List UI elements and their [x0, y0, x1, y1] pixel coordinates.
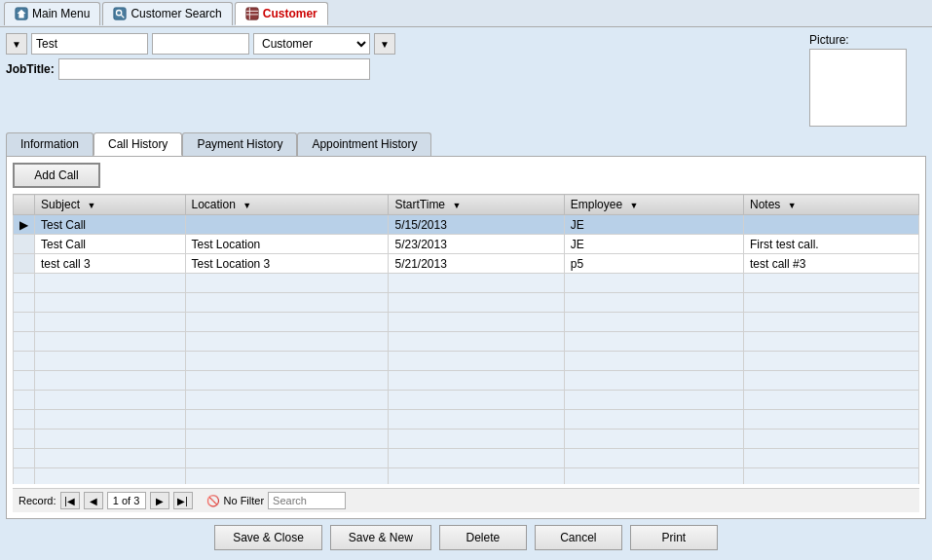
cell-empty [35, 410, 186, 429]
tab-customer-search-label: Customer Search [130, 7, 221, 20]
cell-empty [35, 429, 186, 449]
svg-rect-4 [246, 7, 258, 19]
nav-prev-btn[interactable]: ◀ [84, 492, 103, 509]
record-current-input[interactable] [107, 492, 146, 509]
tab-information[interactable]: Information [6, 132, 93, 156]
col-starttime[interactable]: StartTime ▼ [389, 195, 564, 215]
cell-empty [389, 468, 564, 485]
cell-empty [564, 293, 743, 313]
save-new-button[interactable]: Save & New [330, 525, 431, 550]
tab-content-area: Add Call Subject ▼ Location ▼ [6, 156, 926, 519]
tab-payment-history-label: Payment History [197, 137, 282, 151]
jobtitle-input[interactable] [58, 58, 370, 80]
col-notes[interactable]: Notes ▼ [744, 195, 919, 215]
tab-call-history[interactable]: Call History [93, 132, 182, 156]
table-icon [245, 7, 259, 20]
table-row-empty [14, 429, 919, 449]
tab-customer[interactable]: Customer [235, 2, 328, 25]
tab-main-menu[interactable]: Main Menu [4, 2, 100, 25]
call-history-table: Subject ▼ Location ▼ StartTime ▼ Emplo [13, 194, 919, 484]
col-employee[interactable]: Employee ▼ [564, 195, 743, 215]
cell-empty [744, 332, 919, 352]
first-dropdown-btn[interactable]: ▼ [6, 33, 27, 55]
row-indicator [14, 254, 35, 274]
content-tabs: Information Call History Payment History… [6, 132, 926, 156]
cell-empty [35, 391, 186, 410]
cell-empty [389, 449, 564, 468]
cell-location: Test Location [185, 235, 389, 254]
middle-name-input[interactable] [152, 33, 249, 55]
last-name-select[interactable]: Customer [253, 33, 370, 55]
table-row[interactable]: Test CallTest Location5/23/2013JEFirst t… [14, 235, 919, 254]
cell-empty [185, 371, 389, 391]
cell-empty [744, 371, 919, 391]
table-row-empty [14, 313, 919, 332]
add-call-button[interactable]: Add Call [13, 163, 100, 188]
tab-appointment-history[interactable]: Appointment History [297, 132, 431, 156]
last-dropdown-btn[interactable]: ▼ [374, 33, 395, 55]
sort-arrow-subject: ▼ [87, 201, 95, 210]
cell-subject: test call 3 [35, 254, 186, 274]
nav-next-btn[interactable]: ▶ [150, 492, 169, 509]
cell-starttime: 5/21/2013 [389, 254, 564, 274]
col-subject[interactable]: Subject ▼ [35, 195, 186, 215]
col-location[interactable]: Location ▼ [185, 195, 389, 215]
sort-arrow-starttime: ▼ [452, 201, 461, 210]
cell-starttime: 5/15/2013 [389, 215, 564, 235]
cell-empty [14, 449, 35, 468]
filter-icon: 🚫 [206, 495, 220, 507]
cell-empty [35, 371, 186, 391]
cell-notes: First test call. [744, 235, 919, 254]
cell-empty [564, 468, 743, 485]
nav-first-btn[interactable]: |◀ [60, 492, 80, 509]
cell-empty [389, 371, 564, 391]
cell-empty [185, 449, 389, 468]
table-body: ▶Test Call5/15/2013JETest CallTest Locat… [14, 215, 919, 485]
cell-empty [185, 429, 389, 449]
nav-last-btn[interactable]: ▶| [173, 492, 193, 509]
cell-empty [185, 352, 389, 371]
main-container: ▼ Customer ▼ JobTitle: Picture: Informat… [0, 27, 932, 560]
table-row[interactable]: test call 3Test Location 35/21/2013p5tes… [14, 254, 919, 274]
cell-empty [389, 293, 564, 313]
tab-main-menu-label: Main Menu [32, 7, 90, 20]
row-indicator-col [14, 195, 35, 215]
cell-location: Test Location 3 [185, 254, 389, 274]
cell-empty [14, 313, 35, 332]
cell-empty [744, 429, 919, 449]
tab-call-history-label: Call History [108, 137, 168, 151]
cell-empty [35, 352, 186, 371]
cell-empty [14, 293, 35, 313]
cell-empty [744, 410, 919, 429]
first-name-input[interactable] [31, 33, 148, 55]
delete-button[interactable]: Delete [439, 525, 527, 550]
record-navigator: Record: |◀ ◀ ▶ ▶| 🚫 No Filter [13, 488, 919, 512]
print-button[interactable]: Print [630, 525, 718, 550]
cell-empty [564, 332, 743, 352]
cell-empty [564, 274, 743, 293]
name-row: ▼ Customer ▼ [6, 33, 803, 55]
form-top: ▼ Customer ▼ JobTitle: Picture: [6, 33, 926, 127]
nav-filter: 🚫 No Filter [206, 492, 347, 509]
table-row-empty [14, 371, 919, 391]
cell-employee: JE [564, 235, 743, 254]
search-input[interactable] [268, 492, 346, 509]
record-label: Record: [19, 495, 56, 506]
picture-box: Picture: [809, 33, 926, 127]
cell-empty [185, 468, 389, 485]
cell-empty [14, 410, 35, 429]
cell-empty [35, 293, 186, 313]
table-row[interactable]: ▶Test Call5/15/2013JE [14, 215, 919, 235]
table-row-empty [14, 293, 919, 313]
cell-employee: p5 [564, 254, 743, 274]
table-row-empty [14, 332, 919, 352]
cancel-button[interactable]: Cancel [535, 525, 622, 550]
table-row-empty [14, 352, 919, 371]
bottom-buttons: Save & Close Save & New Delete Cancel Pr… [6, 519, 926, 554]
save-close-button[interactable]: Save & Close [214, 525, 322, 550]
tab-customer-search[interactable]: Customer Search [102, 2, 232, 25]
tab-payment-history[interactable]: Payment History [182, 132, 297, 156]
cell-empty [389, 391, 564, 410]
sort-arrow-location: ▼ [242, 201, 251, 210]
cell-subject: Test Call [35, 235, 186, 254]
